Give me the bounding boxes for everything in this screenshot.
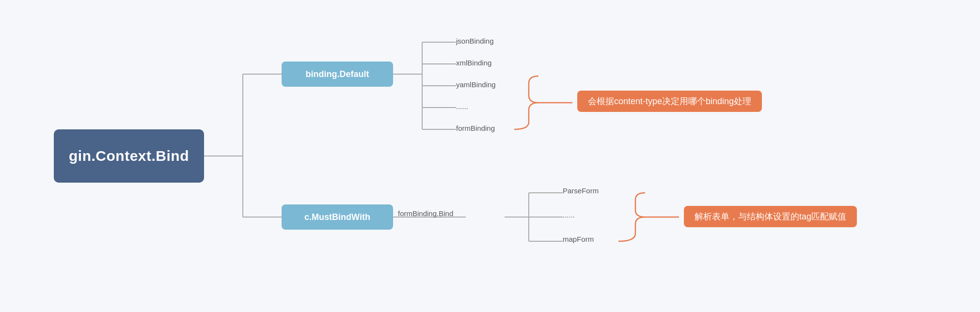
diagram: gin.Context.Bind binding.Default jsonBin… — [30, 16, 950, 296]
leaf-json: jsonBinding — [456, 37, 494, 45]
leaf-dots-bottom: ...... — [563, 211, 575, 219]
leaf-yaml: yamlBinding — [456, 80, 496, 89]
root-node: gin.Context.Bind — [54, 129, 204, 183]
leaf-xml: xmlBinding — [456, 59, 491, 67]
branch-top-node: binding.Default — [282, 62, 393, 87]
branch-top-label: binding.Default — [306, 69, 369, 79]
leaf-form: formBinding — [456, 124, 495, 132]
leaf-mapform: mapForm — [563, 235, 594, 243]
sub-branch-label: formBinding.Bind — [398, 209, 453, 218]
annotation-bottom-text: 解析表单，与结构体设置的tag匹配赋值 — [695, 211, 846, 222]
annotation-top: 会根据content-type决定用哪个binding处理 — [577, 91, 762, 112]
annotation-bottom: 解析表单，与结构体设置的tag匹配赋值 — [684, 206, 857, 227]
leaf-parseform: ParseForm — [563, 187, 599, 195]
branch-bottom-node: c.MustBindWith — [282, 204, 393, 230]
leaf-dots-top: ...... — [456, 102, 468, 110]
root-label: gin.Context.Bind — [69, 148, 189, 164]
annotation-top-text: 会根据content-type决定用哪个binding处理 — [588, 95, 751, 107]
branch-bottom-label: c.MustBindWith — [304, 212, 370, 222]
